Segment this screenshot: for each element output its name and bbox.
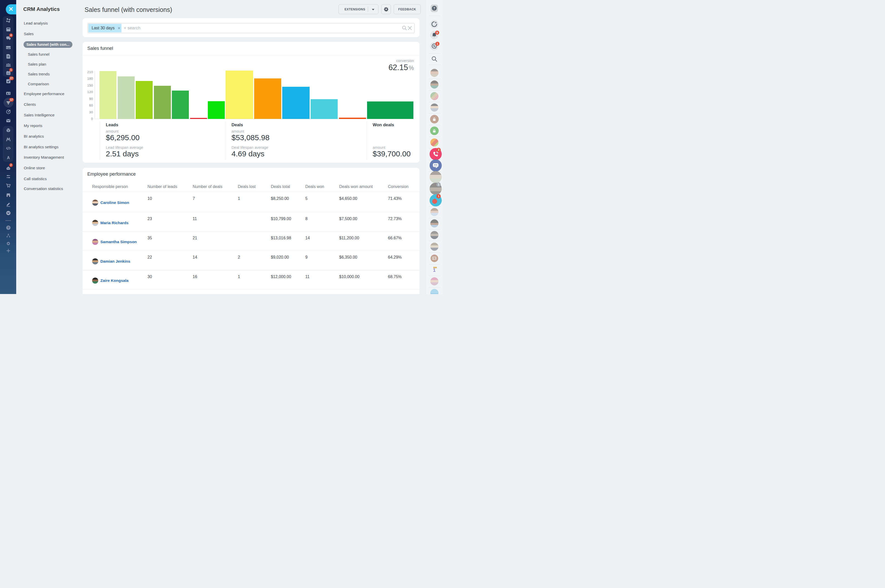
svg-text:?: ? [8,226,9,230]
svg-text:A: A [7,155,10,160]
